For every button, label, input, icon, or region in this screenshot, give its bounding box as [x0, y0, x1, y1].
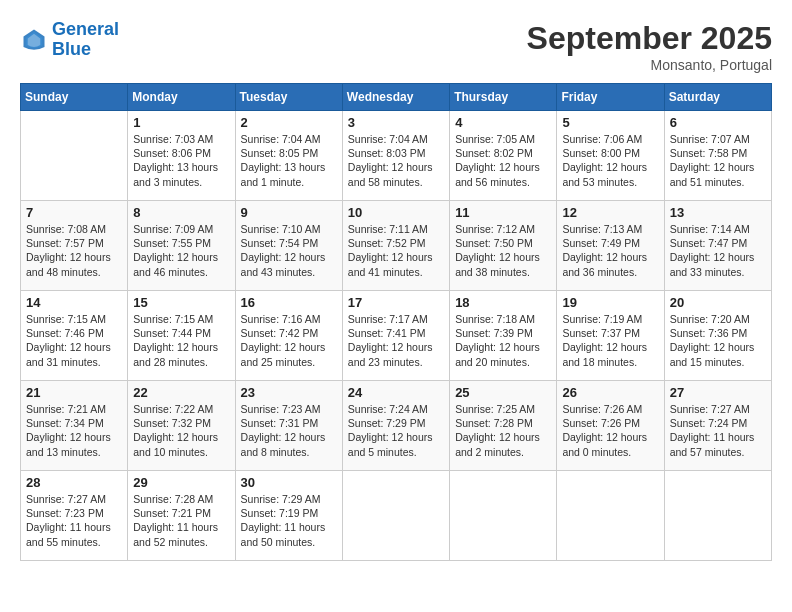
day-info: Sunrise: 7:25 AMSunset: 7:28 PMDaylight:… [455, 402, 551, 459]
day-number: 1 [133, 115, 229, 130]
day-number: 13 [670, 205, 766, 220]
day-number: 26 [562, 385, 658, 400]
day-number: 7 [26, 205, 122, 220]
day-info: Sunrise: 7:27 AMSunset: 7:24 PMDaylight:… [670, 402, 766, 459]
day-number: 23 [241, 385, 337, 400]
day-info: Sunrise: 7:22 AMSunset: 7:32 PMDaylight:… [133, 402, 229, 459]
calendar-cell: 18Sunrise: 7:18 AMSunset: 7:39 PMDayligh… [450, 291, 557, 381]
day-number: 22 [133, 385, 229, 400]
day-number: 30 [241, 475, 337, 490]
day-number: 19 [562, 295, 658, 310]
location-subtitle: Monsanto, Portugal [527, 57, 772, 73]
calendar-cell: 30Sunrise: 7:29 AMSunset: 7:19 PMDayligh… [235, 471, 342, 561]
week-row-2: 7Sunrise: 7:08 AMSunset: 7:57 PMDaylight… [21, 201, 772, 291]
week-row-3: 14Sunrise: 7:15 AMSunset: 7:46 PMDayligh… [21, 291, 772, 381]
day-info: Sunrise: 7:15 AMSunset: 7:44 PMDaylight:… [133, 312, 229, 369]
calendar-cell: 21Sunrise: 7:21 AMSunset: 7:34 PMDayligh… [21, 381, 128, 471]
calendar-cell: 3Sunrise: 7:04 AMSunset: 8:03 PMDaylight… [342, 111, 449, 201]
calendar-cell: 29Sunrise: 7:28 AMSunset: 7:21 PMDayligh… [128, 471, 235, 561]
day-info: Sunrise: 7:11 AMSunset: 7:52 PMDaylight:… [348, 222, 444, 279]
logo-icon [20, 26, 48, 54]
weekday-header-row: SundayMondayTuesdayWednesdayThursdayFrid… [21, 84, 772, 111]
day-info: Sunrise: 7:24 AMSunset: 7:29 PMDaylight:… [348, 402, 444, 459]
day-number: 25 [455, 385, 551, 400]
day-info: Sunrise: 7:26 AMSunset: 7:26 PMDaylight:… [562, 402, 658, 459]
day-info: Sunrise: 7:20 AMSunset: 7:36 PMDaylight:… [670, 312, 766, 369]
weekday-header-saturday: Saturday [664, 84, 771, 111]
day-number: 21 [26, 385, 122, 400]
weekday-header-sunday: Sunday [21, 84, 128, 111]
calendar-cell: 22Sunrise: 7:22 AMSunset: 7:32 PMDayligh… [128, 381, 235, 471]
day-info: Sunrise: 7:17 AMSunset: 7:41 PMDaylight:… [348, 312, 444, 369]
day-info: Sunrise: 7:28 AMSunset: 7:21 PMDaylight:… [133, 492, 229, 549]
day-number: 8 [133, 205, 229, 220]
calendar-cell: 17Sunrise: 7:17 AMSunset: 7:41 PMDayligh… [342, 291, 449, 381]
day-info: Sunrise: 7:19 AMSunset: 7:37 PMDaylight:… [562, 312, 658, 369]
day-number: 16 [241, 295, 337, 310]
day-number: 6 [670, 115, 766, 130]
day-number: 20 [670, 295, 766, 310]
day-number: 5 [562, 115, 658, 130]
weekday-header-tuesday: Tuesday [235, 84, 342, 111]
calendar-cell [450, 471, 557, 561]
day-number: 18 [455, 295, 551, 310]
calendar-cell: 28Sunrise: 7:27 AMSunset: 7:23 PMDayligh… [21, 471, 128, 561]
day-info: Sunrise: 7:04 AMSunset: 8:05 PMDaylight:… [241, 132, 337, 189]
day-number: 10 [348, 205, 444, 220]
day-info: Sunrise: 7:08 AMSunset: 7:57 PMDaylight:… [26, 222, 122, 279]
day-info: Sunrise: 7:03 AMSunset: 8:06 PMDaylight:… [133, 132, 229, 189]
calendar-cell: 13Sunrise: 7:14 AMSunset: 7:47 PMDayligh… [664, 201, 771, 291]
calendar-table: SundayMondayTuesdayWednesdayThursdayFrid… [20, 83, 772, 561]
day-info: Sunrise: 7:07 AMSunset: 7:58 PMDaylight:… [670, 132, 766, 189]
day-info: Sunrise: 7:14 AMSunset: 7:47 PMDaylight:… [670, 222, 766, 279]
day-info: Sunrise: 7:16 AMSunset: 7:42 PMDaylight:… [241, 312, 337, 369]
calendar-cell: 25Sunrise: 7:25 AMSunset: 7:28 PMDayligh… [450, 381, 557, 471]
week-row-4: 21Sunrise: 7:21 AMSunset: 7:34 PMDayligh… [21, 381, 772, 471]
day-number: 27 [670, 385, 766, 400]
day-number: 3 [348, 115, 444, 130]
day-number: 14 [26, 295, 122, 310]
day-info: Sunrise: 7:10 AMSunset: 7:54 PMDaylight:… [241, 222, 337, 279]
weekday-header-monday: Monday [128, 84, 235, 111]
day-number: 2 [241, 115, 337, 130]
calendar-cell: 14Sunrise: 7:15 AMSunset: 7:46 PMDayligh… [21, 291, 128, 381]
weekday-header-friday: Friday [557, 84, 664, 111]
week-row-5: 28Sunrise: 7:27 AMSunset: 7:23 PMDayligh… [21, 471, 772, 561]
month-title: September 2025 [527, 20, 772, 57]
day-info: Sunrise: 7:09 AMSunset: 7:55 PMDaylight:… [133, 222, 229, 279]
calendar-cell: 12Sunrise: 7:13 AMSunset: 7:49 PMDayligh… [557, 201, 664, 291]
calendar-cell [342, 471, 449, 561]
day-info: Sunrise: 7:06 AMSunset: 8:00 PMDaylight:… [562, 132, 658, 189]
day-number: 12 [562, 205, 658, 220]
title-block: September 2025 Monsanto, Portugal [527, 20, 772, 73]
day-info: Sunrise: 7:29 AMSunset: 7:19 PMDaylight:… [241, 492, 337, 549]
calendar-cell: 10Sunrise: 7:11 AMSunset: 7:52 PMDayligh… [342, 201, 449, 291]
calendar-cell [21, 111, 128, 201]
calendar-cell: 7Sunrise: 7:08 AMSunset: 7:57 PMDaylight… [21, 201, 128, 291]
week-row-1: 1Sunrise: 7:03 AMSunset: 8:06 PMDaylight… [21, 111, 772, 201]
calendar-cell: 15Sunrise: 7:15 AMSunset: 7:44 PMDayligh… [128, 291, 235, 381]
day-number: 17 [348, 295, 444, 310]
calendar-cell: 16Sunrise: 7:16 AMSunset: 7:42 PMDayligh… [235, 291, 342, 381]
calendar-cell: 20Sunrise: 7:20 AMSunset: 7:36 PMDayligh… [664, 291, 771, 381]
calendar-cell: 27Sunrise: 7:27 AMSunset: 7:24 PMDayligh… [664, 381, 771, 471]
day-number: 15 [133, 295, 229, 310]
calendar-cell: 9Sunrise: 7:10 AMSunset: 7:54 PMDaylight… [235, 201, 342, 291]
day-info: Sunrise: 7:05 AMSunset: 8:02 PMDaylight:… [455, 132, 551, 189]
calendar-cell [664, 471, 771, 561]
calendar-cell: 26Sunrise: 7:26 AMSunset: 7:26 PMDayligh… [557, 381, 664, 471]
day-info: Sunrise: 7:21 AMSunset: 7:34 PMDaylight:… [26, 402, 122, 459]
page-header: General Blue September 2025 Monsanto, Po… [20, 20, 772, 73]
calendar-cell: 24Sunrise: 7:24 AMSunset: 7:29 PMDayligh… [342, 381, 449, 471]
day-info: Sunrise: 7:04 AMSunset: 8:03 PMDaylight:… [348, 132, 444, 189]
day-number: 24 [348, 385, 444, 400]
logo: General Blue [20, 20, 119, 60]
calendar-cell: 5Sunrise: 7:06 AMSunset: 8:00 PMDaylight… [557, 111, 664, 201]
day-info: Sunrise: 7:12 AMSunset: 7:50 PMDaylight:… [455, 222, 551, 279]
weekday-header-wednesday: Wednesday [342, 84, 449, 111]
day-info: Sunrise: 7:15 AMSunset: 7:46 PMDaylight:… [26, 312, 122, 369]
logo-text: General Blue [52, 20, 119, 60]
weekday-header-thursday: Thursday [450, 84, 557, 111]
day-info: Sunrise: 7:23 AMSunset: 7:31 PMDaylight:… [241, 402, 337, 459]
calendar-cell: 19Sunrise: 7:19 AMSunset: 7:37 PMDayligh… [557, 291, 664, 381]
